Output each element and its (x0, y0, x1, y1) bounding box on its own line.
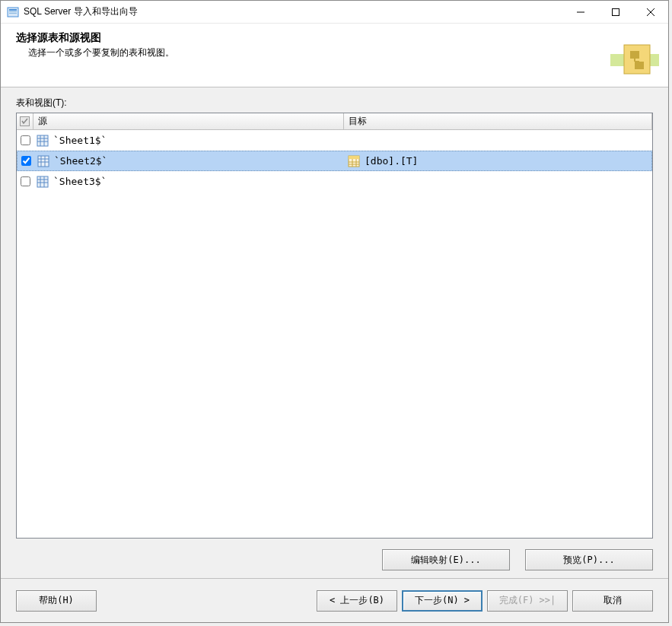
sheet-icon (37, 135, 49, 147)
sheet-icon (37, 176, 49, 188)
wizard-footer: 帮助(H) < 上一步(B) 下一步(N) > 完成(F) >>| 取消 (1, 578, 668, 622)
content-area: 表和视图(T): 源 目标 (1, 87, 668, 578)
close-button[interactable] (633, 1, 668, 24)
minimize-button[interactable] (563, 1, 598, 24)
sheet-icon (37, 155, 49, 167)
target-name: [dbo].[T] (365, 155, 418, 167)
row-checkbox[interactable] (21, 176, 30, 186)
row-checkbox[interactable] (21, 156, 31, 166)
row-checkbox[interactable] (21, 135, 30, 145)
help-button[interactable]: 帮助(H) (16, 590, 97, 612)
tables-grid: 源 目标 `Sheet1$` (16, 113, 653, 539)
svg-rect-5 (613, 8, 619, 15)
svg-rect-3 (9, 13, 17, 14)
app-icon (7, 6, 19, 18)
cancel-button[interactable]: 取消 (572, 590, 653, 612)
preview-button[interactable]: 预览(P)... (525, 549, 653, 570)
table-row[interactable]: `Sheet2$` [dbo].[T] (17, 151, 652, 171)
source-name: `Sheet2$` (54, 155, 107, 167)
titlebar: SQL Server 导入和导出向导 (1, 1, 668, 24)
svg-rect-11 (635, 62, 644, 69)
table-row[interactable]: `Sheet1$` (17, 130, 652, 151)
svg-rect-10 (630, 51, 639, 59)
grid-header: 源 目标 (17, 113, 652, 130)
svg-rect-19 (38, 156, 49, 167)
page-title: 选择源表和源视图 (16, 31, 653, 45)
svg-rect-14 (37, 135, 48, 146)
svg-rect-1 (9, 9, 17, 11)
window-controls (563, 1, 668, 24)
svg-rect-25 (349, 156, 359, 159)
select-all-checkbox-icon (20, 116, 30, 126)
wizard-banner-icon (610, 40, 659, 83)
source-name: `Sheet3$` (53, 176, 107, 187)
finish-button: 完成(F) >>| (487, 590, 568, 612)
column-header-checkbox[interactable] (17, 113, 33, 129)
svg-rect-9 (624, 45, 650, 74)
table-row[interactable]: `Sheet3$` (17, 171, 652, 192)
column-header-source[interactable]: 源 (33, 113, 344, 129)
maximize-button[interactable] (598, 1, 633, 24)
table-label: 表和视图(T): (16, 97, 653, 110)
svg-rect-2 (9, 11, 17, 12)
edit-mappings-button[interactable]: 编辑映射(E)... (382, 549, 510, 570)
source-name: `Sheet1$` (53, 135, 107, 146)
grid-body: `Sheet1$` `Sheet2$` (17, 130, 652, 538)
wizard-window: SQL Server 导入和导出向导 选择源表和源视图 选择一个或多个要复制的表… (0, 0, 669, 623)
svg-rect-30 (37, 176, 48, 187)
page-subtitle: 选择一个或多个要复制的表和视图。 (16, 46, 653, 59)
window-title: SQL Server 导入和导出向导 (24, 5, 563, 18)
column-header-target[interactable]: 目标 (344, 113, 652, 129)
wizard-header: 选择源表和源视图 选择一个或多个要复制的表和视图。 (1, 24, 668, 87)
action-row: 编辑映射(E)... 预览(P)... (16, 549, 653, 570)
back-button[interactable]: < 上一步(B) (317, 590, 397, 612)
next-button[interactable]: 下一步(N) > (402, 590, 483, 612)
table-icon (348, 155, 360, 167)
